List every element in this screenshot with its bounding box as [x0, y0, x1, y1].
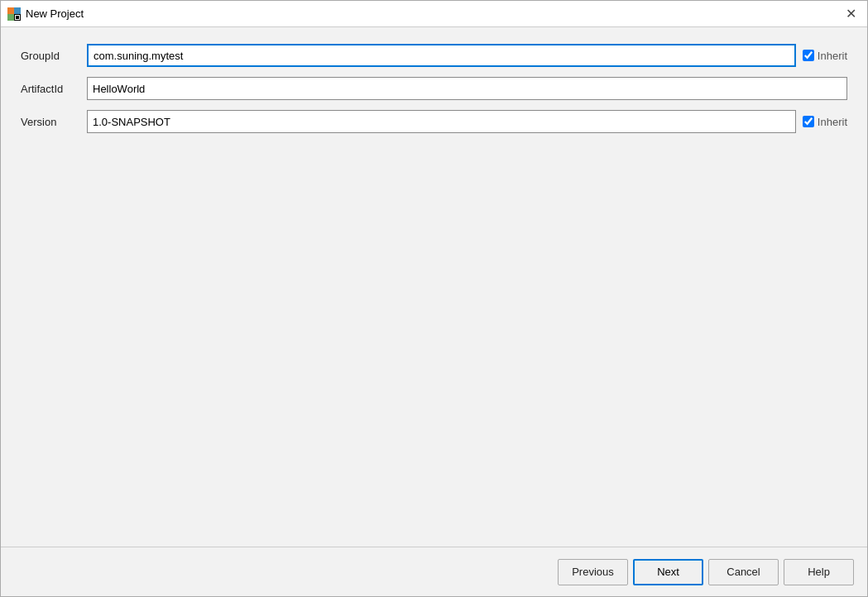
dialog-title: New Project — [26, 7, 84, 20]
title-bar: New Project ✕ — [1, 1, 867, 27]
svg-rect-5 — [16, 16, 19, 19]
version-row: Version Inherit — [21, 110, 847, 133]
svg-rect-2 — [7, 14, 14, 21]
cancel-button[interactable]: Cancel — [708, 559, 779, 585]
title-bar-left: New Project — [7, 7, 84, 21]
close-button[interactable]: ✕ — [841, 4, 861, 24]
new-project-dialog: New Project ✕ GroupId Inherit ArtifactId — [0, 0, 868, 597]
version-input-wrapper: Inherit — [87, 110, 847, 133]
artifactid-label: ArtifactId — [21, 83, 87, 95]
groupid-inherit-checkbox[interactable] — [803, 50, 814, 61]
help-button[interactable]: Help — [784, 559, 854, 585]
groupid-row: GroupId Inherit — [21, 44, 847, 67]
svg-rect-1 — [14, 7, 21, 14]
previous-button[interactable]: Previous — [558, 559, 628, 585]
groupid-inherit-label: Inherit — [803, 50, 847, 62]
form-content: GroupId Inherit ArtifactId Version — [1, 27, 867, 547]
artifactid-input[interactable] — [87, 77, 847, 100]
version-label: Version — [21, 116, 87, 128]
groupid-inherit-text: Inherit — [818, 50, 847, 62]
version-input[interactable] — [87, 110, 796, 133]
svg-rect-0 — [7, 7, 14, 14]
artifactid-row: ArtifactId — [21, 77, 847, 100]
groupid-label: GroupId — [21, 50, 87, 62]
version-inherit-checkbox[interactable] — [803, 116, 814, 127]
groupid-input-wrapper: Inherit — [87, 44, 847, 67]
version-inherit-text: Inherit — [818, 116, 847, 128]
footer: Previous Next Cancel Help — [1, 547, 867, 596]
groupid-input[interactable] — [87, 44, 796, 67]
version-inherit-label: Inherit — [803, 116, 847, 128]
next-button[interactable]: Next — [633, 559, 703, 585]
app-icon — [7, 7, 21, 21]
artifactid-input-wrapper — [87, 77, 847, 100]
